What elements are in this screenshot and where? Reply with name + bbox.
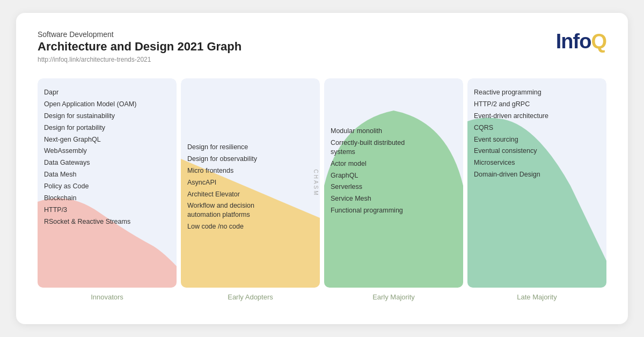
chasm-label: CHASM [313, 169, 319, 196]
list-item: Architect Elevator [187, 190, 314, 199]
list-item: Data Mesh [44, 170, 171, 179]
late-majority-items: Reactive programming HTTP/2 and gRPC Eve… [467, 78, 606, 185]
innovators-items: Dapr Open Application Model (OAM) Design… [38, 78, 177, 232]
list-item: Open Application Model (OAM) [44, 100, 171, 109]
list-item: CQRS [474, 123, 601, 133]
infoq-logo: InfoQ [556, 30, 606, 53]
label-early-majority: Early Majority [324, 292, 463, 302]
header: Software Development Architecture and De… [38, 30, 606, 63]
list-item: Design for sustainability [44, 112, 171, 121]
chart-area: Dapr Open Application Model (OAM) Design… [38, 78, 606, 288]
list-item: AsyncAPI [187, 178, 314, 187]
list-item: Eventual consistency [474, 146, 601, 156]
list-item: Reactive programming [474, 88, 601, 97]
column-early-majority: Modular monolith Correctly-built distrib… [324, 78, 463, 288]
header-left: Software Development Architecture and De… [38, 30, 241, 63]
list-item: Actor model [331, 159, 458, 169]
label-late-majority: Late Majority [467, 292, 606, 302]
list-item: Next-gen GraphQL [44, 135, 171, 144]
column-late-majority: Reactive programming HTTP/2 and gRPC Eve… [467, 78, 606, 288]
list-item: Domain-driven Design [474, 170, 601, 179]
header-title: Architecture and Design 2021 Graph [38, 40, 241, 54]
list-item: Policy as Code [44, 182, 171, 191]
list-item: Micro frontends [187, 166, 314, 175]
list-item: Design for resilience [187, 143, 314, 152]
list-item: Microservices [474, 158, 601, 167]
label-innovators: Innovators [38, 292, 177, 302]
list-item: Modular monolith [331, 127, 458, 136]
list-item: WebAssembly [44, 146, 171, 156]
list-item: GraphQL [331, 171, 458, 180]
list-item: Correctly-built distributedsystems [331, 138, 458, 157]
list-item: Serverless [331, 182, 458, 192]
early-majority-items: Modular monolith Correctly-built distrib… [324, 78, 463, 221]
column-early-adopters: Design for resilience Design for observa… [181, 78, 320, 288]
list-item: Event sourcing [474, 135, 601, 144]
list-item: Blockchain [44, 194, 171, 203]
labels-row: Innovators Early Adopters Early Majority… [38, 292, 606, 302]
list-item: Low code /no code [187, 222, 314, 231]
header-subtitle: Software Development [38, 30, 241, 39]
list-item: Design for portability [44, 123, 171, 133]
list-item: HTTP/2 and gRPC [474, 100, 601, 109]
header-url: http://infoq.link/architecture-trends-20… [38, 56, 241, 63]
list-item: Workflow and decisionautomation platform… [187, 201, 314, 219]
list-item: HTTP/3 [44, 206, 171, 215]
list-item: RSocket & Reactive Streams [44, 217, 171, 226]
label-early-adopters: Early Adopters [181, 292, 320, 302]
list-item: Design for observability [187, 155, 314, 164]
early-adopters-items: Design for resilience Design for observa… [181, 78, 320, 237]
column-innovators: Dapr Open Application Model (OAM) Design… [38, 78, 177, 288]
list-item: Event-driven architecture [474, 112, 601, 121]
list-item: Service Mesh [331, 194, 458, 203]
list-item: Data Gateways [44, 158, 171, 167]
list-item: Functional programming [331, 206, 458, 215]
card: Software Development Architecture and De… [16, 13, 628, 324]
list-item: Dapr [44, 88, 171, 97]
